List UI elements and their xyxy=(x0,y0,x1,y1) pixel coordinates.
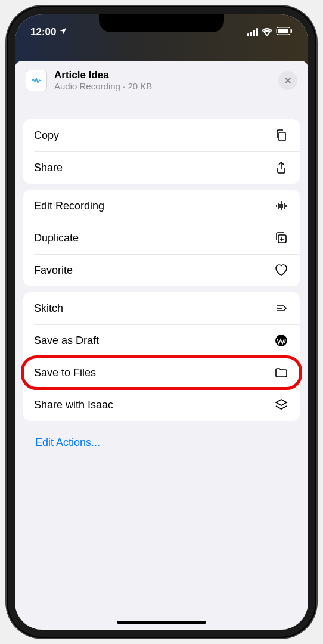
duplicate-item[interactable]: Duplicate xyxy=(23,222,300,254)
battery-icon xyxy=(276,27,293,38)
status-time: 12:00 xyxy=(30,26,56,38)
status-left: 12:00 xyxy=(30,26,67,38)
share-with-isaac-item[interactable]: Share with Isaac xyxy=(23,389,300,421)
menu-group: Skitch Save as Draft Save to Files xyxy=(23,292,300,421)
share-icon xyxy=(274,160,289,175)
item-label: Share with Isaac xyxy=(34,399,274,411)
item-label: Duplicate xyxy=(34,232,274,244)
wordpress-icon xyxy=(274,333,289,348)
item-label: Favorite xyxy=(34,264,274,277)
share-item[interactable]: Share xyxy=(23,151,300,184)
sheet-subtitle: Audio Recording · 20 KB xyxy=(54,81,278,91)
wifi-icon xyxy=(262,28,272,36)
heart-icon xyxy=(274,262,289,278)
copy-icon xyxy=(274,128,289,143)
item-label: Save to Files xyxy=(34,367,274,379)
notch xyxy=(99,14,224,32)
edit-recording-item[interactable]: Edit Recording xyxy=(23,190,300,222)
close-icon xyxy=(284,76,292,85)
copy-item[interactable]: Copy xyxy=(23,119,300,151)
duplicate-icon xyxy=(274,230,289,246)
skitch-item[interactable]: Skitch xyxy=(23,292,300,324)
menu-group: Copy Share xyxy=(23,119,300,184)
waveform-icon xyxy=(274,198,289,213)
status-right xyxy=(247,27,293,38)
item-label: Skitch xyxy=(34,302,274,315)
item-label: Save as Draft xyxy=(34,335,274,347)
sheet-header: Article Idea Audio Recording · 20 KB xyxy=(15,61,308,101)
svg-rect-4 xyxy=(279,132,285,141)
share-sheet: Article Idea Audio Recording · 20 KB Cop… xyxy=(15,61,308,630)
skitch-icon xyxy=(274,301,289,316)
item-label: Copy xyxy=(34,129,274,142)
signal-icon xyxy=(247,28,258,36)
sheet-header-text: Article Idea Audio Recording · 20 KB xyxy=(54,69,278,91)
menu-container: Copy Share Edit Record xyxy=(15,101,308,459)
menu-group: Edit Recording Duplicate Favorite xyxy=(23,190,300,286)
device-frame: 12:00 xyxy=(7,6,316,638)
edit-actions-link[interactable]: Edit Actions... xyxy=(23,427,300,459)
folder-icon xyxy=(274,365,289,380)
save-to-files-item[interactable]: Save to Files xyxy=(23,357,300,389)
screen: 12:00 xyxy=(15,14,308,630)
layers-icon xyxy=(274,397,289,413)
favorite-item[interactable]: Favorite xyxy=(23,254,300,286)
svg-rect-2 xyxy=(278,29,288,33)
item-label: Edit Recording xyxy=(34,200,274,212)
home-indicator[interactable] xyxy=(117,621,206,624)
close-button[interactable] xyxy=(278,71,297,90)
location-icon xyxy=(59,26,67,38)
audio-file-icon xyxy=(26,70,47,91)
item-label: Share xyxy=(34,162,274,174)
sheet-title: Article Idea xyxy=(54,69,278,81)
svg-point-0 xyxy=(266,34,268,36)
save-as-draft-item[interactable]: Save as Draft xyxy=(23,324,300,357)
svg-rect-3 xyxy=(291,29,292,33)
